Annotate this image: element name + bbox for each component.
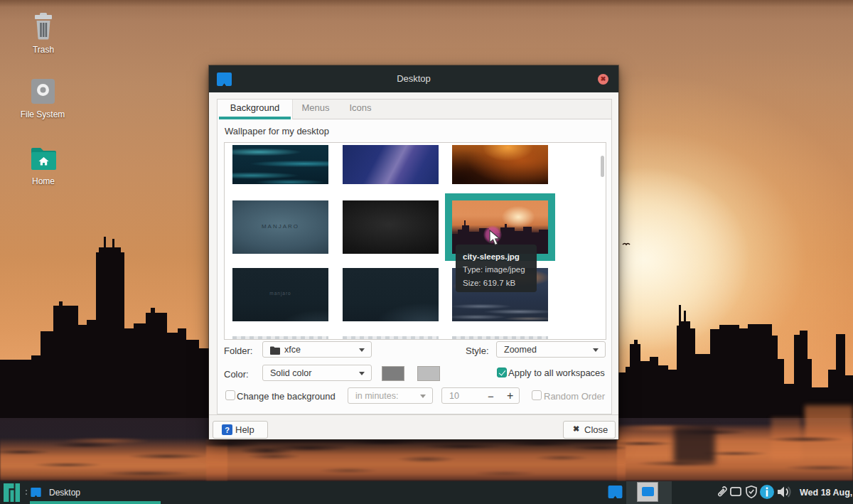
svg-text:?: ? bbox=[225, 426, 230, 434]
